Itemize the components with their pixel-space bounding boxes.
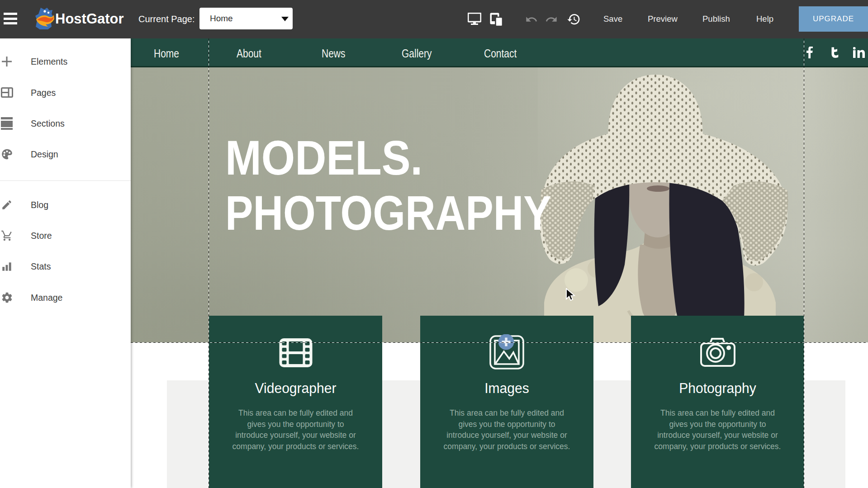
svg-text:MODELS.: MODELS.: [225, 131, 422, 185]
svg-text:PHOTOGRAPHY: PHOTOGRAPHY: [225, 186, 551, 240]
